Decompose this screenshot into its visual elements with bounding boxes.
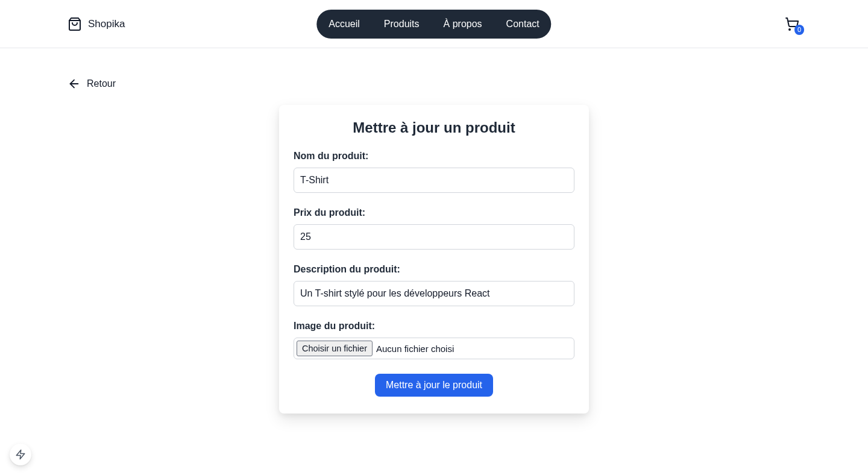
shopping-bag-icon: [68, 17, 82, 31]
description-input[interactable]: [294, 281, 574, 306]
file-input-wrap[interactable]: Choisir un fichier Aucun fichier choisi: [294, 338, 574, 359]
field-price: Prix du produit:: [294, 207, 574, 250]
description-label: Description du produit:: [294, 264, 574, 275]
svg-point-1: [789, 29, 790, 30]
submit-button[interactable]: Mettre à jour le produit: [375, 374, 493, 397]
arrow-left-icon: [68, 77, 81, 90]
choose-file-button[interactable]: Choisir un fichier: [297, 341, 373, 356]
image-label: Image du produit:: [294, 321, 574, 332]
cart-count-badge: 0: [794, 25, 804, 35]
update-product-card: Mettre à jour un produit Nom du produit:…: [279, 105, 589, 414]
nav-home[interactable]: Accueil: [329, 19, 360, 30]
svg-marker-4: [16, 450, 25, 459]
nav-about[interactable]: À propos: [444, 19, 482, 30]
nav-products[interactable]: Produits: [384, 19, 420, 30]
price-label: Prix du produit:: [294, 207, 574, 218]
cart-button[interactable]: 0: [784, 16, 800, 33]
back-label: Retour: [87, 78, 116, 89]
brand-name: Shopika: [88, 18, 125, 30]
price-input[interactable]: [294, 224, 574, 250]
floating-action-button[interactable]: [10, 444, 31, 465]
submit-row: Mettre à jour le produit: [294, 374, 574, 397]
bolt-icon: [15, 449, 26, 460]
main-nav: Accueil Produits À propos Contact: [316, 10, 551, 39]
nav-contact[interactable]: Contact: [506, 19, 539, 30]
brand[interactable]: Shopika: [68, 17, 125, 31]
name-label: Nom du produit:: [294, 151, 574, 162]
app-header: Shopika Accueil Produits À propos Contac…: [0, 0, 868, 48]
name-input[interactable]: [294, 168, 574, 193]
field-image: Image du produit: Choisir un fichier Auc…: [294, 321, 574, 359]
back-link[interactable]: Retour: [68, 77, 116, 90]
file-status-text: Aucun fichier choisi: [376, 344, 454, 354]
field-name: Nom du produit:: [294, 151, 574, 193]
field-description: Description du produit:: [294, 264, 574, 306]
page-content: Retour Mettre à jour un produit Nom du p…: [68, 48, 800, 414]
form-title: Mettre à jour un produit: [294, 119, 574, 136]
